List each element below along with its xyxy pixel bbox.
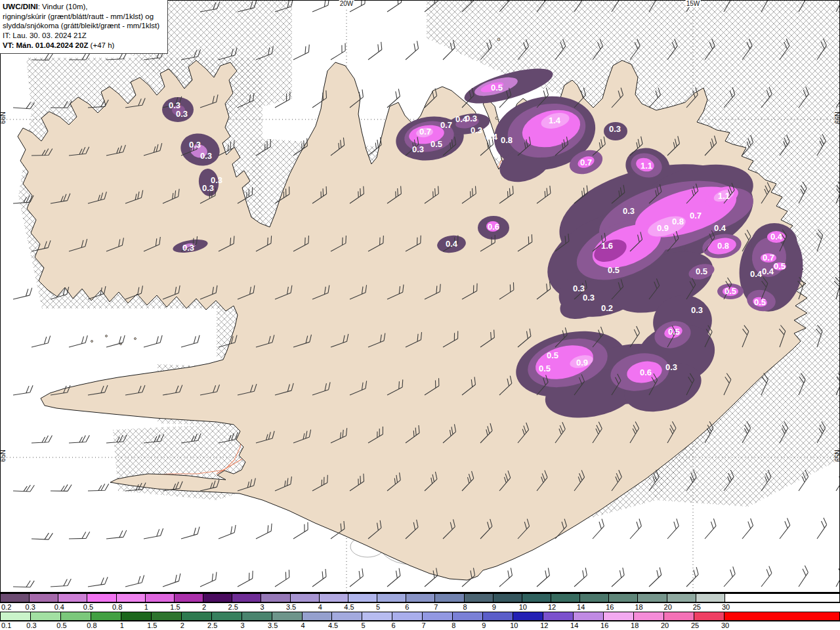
colorbar-cell [145,593,174,602]
precip-value-label: 0.5 [539,364,551,373]
precip-value-label: 1.1 [718,191,730,201]
weather-forecast-page: 0.50.70.70.40.30.30.50.30.40.81.40.70.30… [0,0,840,630]
colorbar-tick-label: 0.1 [1,621,11,629]
colorbar-cell [422,612,452,621]
colorbar-tick-label: 9 [492,603,496,611]
map-area: 0.50.70.70.40.30.30.50.30.40.81.40.70.30… [0,0,840,593]
colorbar-cell [30,612,60,621]
legend-line-it: IT: Lau. 30. 03. 2024 21Z [3,31,164,41]
colorbar-cell [637,593,666,602]
colorbar-cell [464,593,493,602]
precip-value-label: 0.8 [717,241,729,251]
colorbar-tick-label: 10 [519,603,527,611]
colorbar-tick-label: 6 [391,621,395,629]
colorbar-tick-label: 2.5 [228,603,238,611]
precip-value-label: 0.3 [182,243,194,253]
colorbar-cell [91,612,121,621]
colorbar-cell [331,612,362,621]
legend-line-rain: rigning/skúrir (grænt/blátt/rautt - mm/1… [3,12,164,22]
colorbar-cell [573,612,603,621]
lead-time: (+47 h) [88,41,114,49]
colorbar-cell [522,593,551,602]
colorbar-tick-label: 0.5 [56,621,66,629]
colorbar-cell [434,593,463,602]
precip-value-label: 0.7 [419,127,431,136]
colorbar-tick-label: 0.4 [54,603,64,611]
precip-value-label: 1.1 [640,161,652,171]
precip-value-label: 0.5 [430,139,442,149]
colorbar-tick-label: 5 [361,621,365,629]
colorbar-tick-label: 3 [241,621,245,629]
precip-value-label: 0.6 [488,222,499,232]
colorbar-cell [663,612,694,621]
precip-value-label: 0.3 [176,109,188,119]
legend-line-sleet: slydda/snjókoma (grátt/bleikt/grænt - mm… [3,21,164,31]
graticule-label: 20W [339,0,354,7]
colorbar-tick-label: 25 [693,603,701,611]
graticule-label: 65N [833,449,840,462]
colorbar-tick-label: 0.8 [87,621,96,629]
precip-value-label: 0.5 [754,297,766,307]
precip-value-label: 0.8 [672,217,684,226]
graticule-label: 66N [833,111,840,124]
colorbar-cell [724,593,840,602]
colorbar-tick-label: 14 [577,603,585,611]
colorbar-cell [377,593,406,602]
precip-value-label: 0.3 [202,183,214,193]
colorbar-tick-label: 20 [661,621,669,629]
colorbar-cell [121,612,151,621]
graticule-label: 15W [686,0,701,7]
colorbar-cell [58,593,87,602]
colorbar-cell [272,612,302,621]
colorbar-tick-label: 2.5 [207,621,217,629]
precip-value-label: 0.5 [491,83,503,93]
colorbar-cell [551,593,579,602]
colorbar-tick-label: 12 [540,621,548,629]
precip-value-label: 0.9 [576,358,588,368]
colorbar-cell [60,612,91,621]
colorbar-cell [633,612,663,621]
precip-value-label: 0.7 [440,120,452,130]
colorbar-tick-label: 0.5 [83,603,93,611]
colorbar-tick-label: 3.5 [286,603,296,611]
colorbar-tick-label: 20 [664,603,672,611]
precip-value-label: 0.3 [412,144,424,154]
colorbar-cell [667,593,696,602]
colorbar-tick-label: 8 [452,621,455,629]
precip-value-label: 0.3 [200,151,212,161]
precip-value-label: 0.3 [189,140,201,150]
colorbar-tick-label: 1.5 [170,603,180,611]
precip-value-label: 0.9 [657,223,669,233]
legend-line-vt: VT: Mán. 01.04.2024 20Z (+47 h) [3,41,164,51]
colorbar-cell [302,612,332,621]
graticule-label: 65N [0,449,7,462]
precip-value-label: 0.3 [583,293,595,303]
colorbar-cell [694,612,724,621]
colorbar-tick-label: 14 [570,621,578,629]
colorbar-tick-label: 4.5 [328,621,338,629]
colorbar-cell [608,593,637,602]
color-scale-bars: 0.20.30.40.50.811.522.533.544.5567891012… [0,593,840,630]
colorbar-cell [348,593,377,602]
colorbar-cell [543,612,573,621]
precip-value-label: 0.4 [446,239,458,249]
colorbar-tick-label: 18 [631,621,639,629]
colorbar-cell [174,593,203,602]
colorbar-tick-label: 30 [721,621,729,629]
colorbar-cell [0,612,30,621]
colorbar-cell [87,593,116,602]
precip-value-label: 0.7 [763,253,774,262]
colorbar-tick-label: 3.5 [268,621,278,629]
colorbar-cell [579,593,608,602]
precip-value-label: 0.6 [640,368,652,377]
colorbar-tick-label: 7 [434,603,438,611]
colorbar-tick-label: 8 [463,603,467,611]
precip-value-label: 0.3 [471,125,482,135]
colorbar-tick-label: 30 [722,603,730,611]
colorbar-cell [482,612,513,621]
precip-value-label: 1.4 [549,116,561,125]
colorbar-tick-label: 1 [144,603,148,611]
precip-value-label: 0.5 [724,286,736,296]
colorbar-cell [392,612,422,621]
colorbar-tick-label: 18 [635,603,642,611]
